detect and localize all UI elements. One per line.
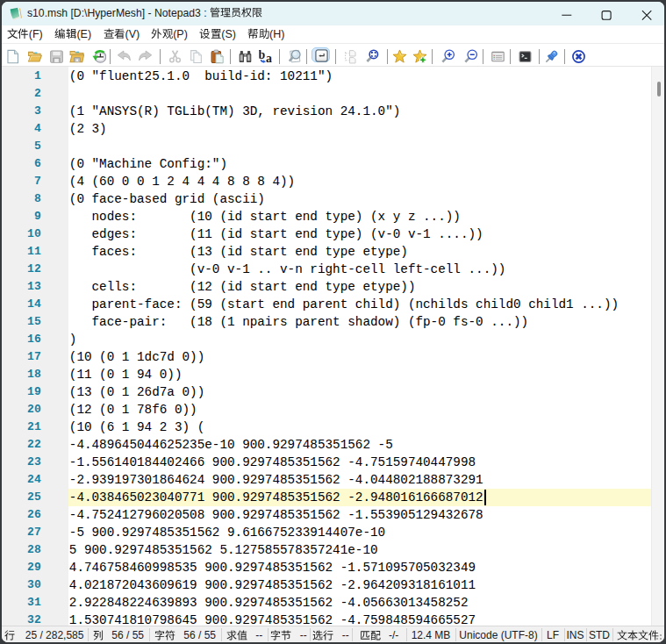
- svg-text:b: b: [259, 49, 265, 61]
- svg-text:a: a: [265, 51, 271, 63]
